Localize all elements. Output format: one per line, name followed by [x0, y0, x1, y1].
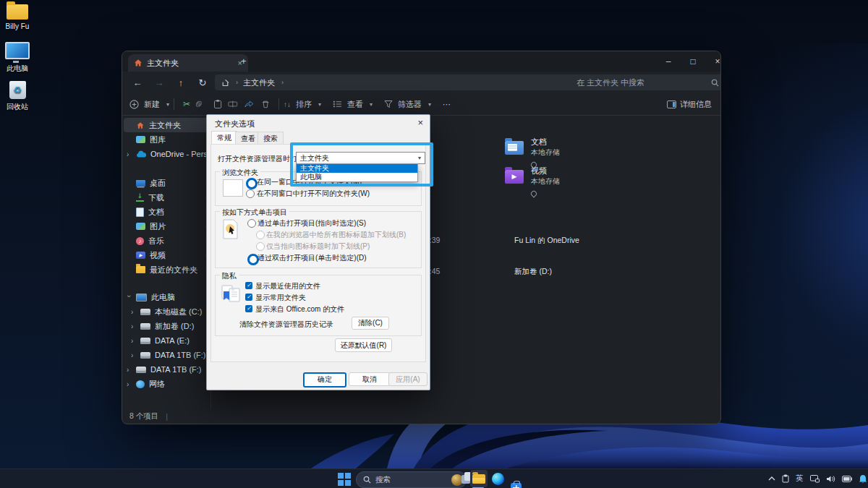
row-name[interactable]: Fu Lin 的 OneDrive — [514, 236, 579, 246]
sidebar-item-drive-d[interactable]: › 新加卷 (D:) — [128, 319, 215, 333]
task-view-button[interactable] — [461, 475, 470, 484]
display-icon[interactable] — [810, 475, 820, 483]
sidebar-item-network[interactable]: › 网络 — [124, 377, 215, 391]
security-icon[interactable] — [782, 474, 789, 483]
chevron-right-icon[interactable]: › — [131, 322, 136, 330]
desktop-icon-recycle-bin[interactable]: ♻ 回收站 — [0, 81, 41, 112]
sidebar-item-onedrive[interactable]: › OneDrive - Personal — [124, 147, 215, 161]
details-pane-button[interactable]: 详细信息 — [667, 99, 712, 110]
explorer-search-input[interactable]: 在 主文件夹 中搜索 — [571, 74, 721, 90]
back-button[interactable]: ← — [127, 77, 148, 88]
recent-folder-icon — [136, 266, 145, 273]
taskbar-search[interactable]: 搜索 — [356, 471, 467, 488]
sidebar-item-recent-folders[interactable]: 最近的文件夹 — [124, 262, 215, 277]
filter-label: 筛选器 — [398, 99, 422, 110]
system-tray: 英 — [768, 474, 867, 484]
view-button[interactable]: 查看 ▾ — [333, 99, 373, 110]
dropdown-option-this-pc[interactable]: 此电脑 — [297, 173, 417, 181]
sidebar-item-videos[interactable]: ▶ 视频 — [124, 248, 215, 262]
store-button[interactable] — [511, 483, 522, 488]
forward-button[interactable]: → — [148, 77, 170, 88]
radio-single-click[interactable] — [247, 219, 256, 228]
chevron-down-icon[interactable]: › — [125, 295, 133, 300]
radio-same-window[interactable] — [246, 178, 258, 189]
sidebar-item-drive-e[interactable]: › DATA (E:) — [128, 333, 215, 348]
tile-videos[interactable]: ▶ 视频 本地存储 — [505, 166, 560, 200]
start-button[interactable] — [338, 473, 351, 486]
restore-defaults-button[interactable]: 还原默认值(R) — [335, 338, 392, 352]
breadcrumb[interactable]: › 主文件夹 › — [215, 74, 576, 90]
ok-button[interactable]: 确定 — [303, 372, 346, 388]
delete-button[interactable] — [258, 99, 274, 109]
breadcrumb-item-home[interactable]: 主文件夹 — [243, 77, 275, 88]
battery-icon[interactable] — [842, 476, 852, 482]
rename-button[interactable] — [226, 99, 242, 109]
filter-icon — [384, 100, 393, 108]
browse-folder-image — [223, 179, 243, 197]
close-button[interactable]: × — [705, 51, 721, 72]
maximize-button[interactable]: □ — [681, 51, 705, 72]
edge-button[interactable] — [492, 473, 504, 485]
sidebar-item-drive-f[interactable]: › DATA 1TB (F:) — [128, 348, 215, 362]
chevron-down-icon: ▾ — [166, 101, 169, 108]
more-button[interactable]: ⋯ — [443, 100, 451, 109]
sidebar-item-pictures[interactable]: 图片 — [124, 219, 215, 234]
hidden-icons-chevron[interactable] — [768, 476, 775, 481]
desktop-icon-label: 回收站 — [0, 102, 41, 112]
cut-button[interactable]: ✂ — [179, 99, 195, 109]
chevron-down-icon: ▾ — [370, 101, 373, 108]
desktop-icon-this-pc[interactable]: 此电脑 — [0, 42, 41, 74]
folder-icon — [7, 4, 28, 20]
sidebar-item-drive-c[interactable]: › 本地磁盘 (C:) — [128, 304, 215, 319]
cancel-button[interactable]: 取消 — [349, 372, 391, 386]
chevron-right-icon[interactable]: › — [127, 380, 132, 388]
drive-icon — [140, 352, 150, 359]
sidebar-item-this-pc[interactable]: › 此电脑 — [124, 290, 215, 304]
sidebar-item-home[interactable]: 主文件夹 — [124, 118, 215, 132]
new-tab-button[interactable]: + — [241, 56, 247, 67]
status-divider: | — [166, 412, 168, 421]
filter-button[interactable]: 筛选器 ▾ — [384, 99, 431, 110]
checkbox-frequent-folders[interactable]: ✓ — [245, 294, 252, 301]
row-name[interactable]: 新加卷 (D:) — [514, 267, 552, 277]
notification-bell-icon[interactable] — [859, 474, 867, 484]
radio-different-window[interactable] — [246, 189, 255, 198]
sidebar-item-gallery[interactable]: 图库 — [124, 132, 215, 147]
pc-icon — [136, 294, 147, 301]
new-button[interactable]: 新建 ▾ — [129, 99, 169, 110]
paste-button[interactable] — [210, 99, 226, 109]
drive-icon — [136, 367, 146, 373]
share-button[interactable] — [242, 99, 258, 109]
open-explorer-dropdown[interactable]: 主文件夹 ▾ — [296, 152, 425, 164]
sort-button[interactable]: ↑↓ 排序 ▾ — [284, 99, 321, 110]
desktop-icon-label: 此电脑 — [0, 64, 41, 74]
sidebar-item-drive-f-2[interactable]: › DATA 1TB (F:) — [124, 362, 215, 377]
tab-general[interactable]: 常规 — [211, 131, 237, 145]
desktop-icon-billy-fu[interactable]: Billy Fu — [0, 4, 41, 30]
chevron-right-icon[interactable]: › — [127, 150, 132, 158]
gallery-icon — [136, 136, 145, 143]
dialog-close-icon[interactable]: × — [417, 117, 423, 128]
tab-home-folder[interactable]: 主文件夹 × — [128, 54, 248, 72]
sidebar-item-music[interactable]: ♪ 音乐 — [124, 234, 215, 248]
dropdown-option-home[interactable]: 主文件夹 — [297, 164, 417, 173]
download-icon: ↓ — [136, 193, 144, 202]
refresh-button[interactable]: ↻ — [192, 77, 213, 88]
sidebar-item-documents[interactable]: 文档 — [124, 205, 215, 219]
up-button[interactable]: ↑ — [170, 77, 192, 88]
chevron-right-icon[interactable]: › — [127, 366, 132, 374]
minimize-button[interactable]: – — [656, 51, 681, 72]
sidebar-item-desktop[interactable]: 桌面 — [124, 176, 215, 190]
checkbox-office-files[interactable]: ✓ — [245, 305, 252, 312]
chevron-right-icon[interactable]: › — [131, 308, 136, 316]
sidebar-item-downloads[interactable]: ↓ 下载 — [124, 190, 215, 205]
clear-button[interactable]: 清除(C) — [352, 317, 389, 330]
checkbox-recent-files[interactable]: ✓ — [245, 282, 252, 289]
volume-icon[interactable] — [826, 475, 835, 483]
chevron-right-icon[interactable]: › — [131, 337, 136, 345]
taskbar: 搜索 英 — [0, 468, 868, 488]
copy-button[interactable] — [195, 99, 210, 109]
chevron-right-icon[interactable]: › — [131, 351, 136, 359]
ime-indicator[interactable]: 英 — [796, 474, 804, 484]
file-explorer-taskbar-button[interactable] — [470, 470, 488, 487]
